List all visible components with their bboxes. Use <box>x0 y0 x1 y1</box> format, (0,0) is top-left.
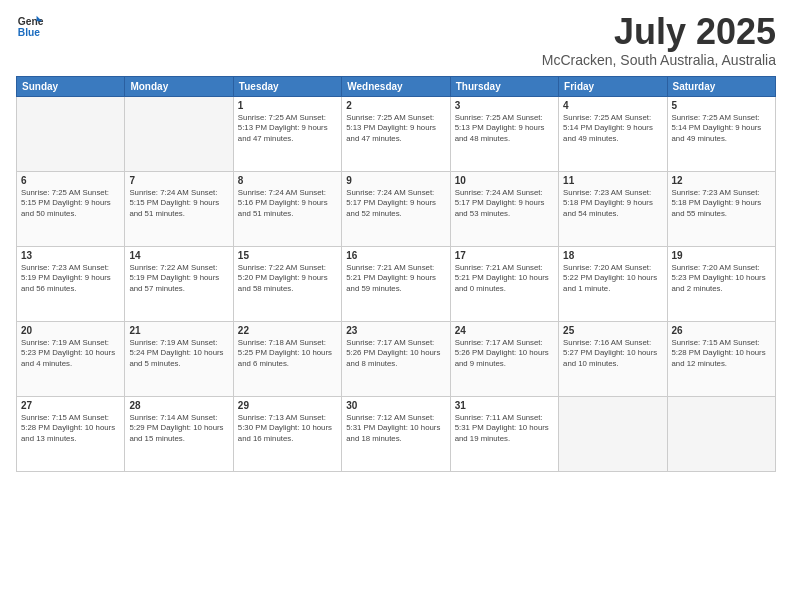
day-info: Sunrise: 7:23 AM Sunset: 5:18 PM Dayligh… <box>672 188 771 220</box>
day-info: Sunrise: 7:20 AM Sunset: 5:22 PM Dayligh… <box>563 263 662 295</box>
calendar-cell: 31Sunrise: 7:11 AM Sunset: 5:31 PM Dayli… <box>450 396 558 471</box>
calendar-cell: 17Sunrise: 7:21 AM Sunset: 5:21 PM Dayli… <box>450 246 558 321</box>
calendar-cell: 27Sunrise: 7:15 AM Sunset: 5:28 PM Dayli… <box>17 396 125 471</box>
day-number: 26 <box>672 325 771 336</box>
day-header-sunday: Sunday <box>17 76 125 96</box>
day-number: 15 <box>238 250 337 261</box>
calendar-week-4: 20Sunrise: 7:19 AM Sunset: 5:23 PM Dayli… <box>17 321 776 396</box>
calendar-cell: 6Sunrise: 7:25 AM Sunset: 5:15 PM Daylig… <box>17 171 125 246</box>
calendar-cell: 18Sunrise: 7:20 AM Sunset: 5:22 PM Dayli… <box>559 246 667 321</box>
day-number: 28 <box>129 400 228 411</box>
day-number: 20 <box>21 325 120 336</box>
day-number: 16 <box>346 250 445 261</box>
day-number: 7 <box>129 175 228 186</box>
title-block: July 2025 McCracken, South Australia, Au… <box>542 12 776 68</box>
calendar-cell: 14Sunrise: 7:22 AM Sunset: 5:19 PM Dayli… <box>125 246 233 321</box>
day-number: 31 <box>455 400 554 411</box>
day-info: Sunrise: 7:19 AM Sunset: 5:24 PM Dayligh… <box>129 338 228 370</box>
calendar-week-5: 27Sunrise: 7:15 AM Sunset: 5:28 PM Dayli… <box>17 396 776 471</box>
day-number: 23 <box>346 325 445 336</box>
calendar-cell <box>667 396 775 471</box>
day-number: 8 <box>238 175 337 186</box>
day-number: 19 <box>672 250 771 261</box>
day-info: Sunrise: 7:24 AM Sunset: 5:17 PM Dayligh… <box>455 188 554 220</box>
day-number: 11 <box>563 175 662 186</box>
calendar-cell: 13Sunrise: 7:23 AM Sunset: 5:19 PM Dayli… <box>17 246 125 321</box>
calendar-cell: 9Sunrise: 7:24 AM Sunset: 5:17 PM Daylig… <box>342 171 450 246</box>
day-header-friday: Friday <box>559 76 667 96</box>
day-number: 29 <box>238 400 337 411</box>
day-number: 18 <box>563 250 662 261</box>
calendar-cell: 8Sunrise: 7:24 AM Sunset: 5:16 PM Daylig… <box>233 171 341 246</box>
day-number: 27 <box>21 400 120 411</box>
calendar-cell: 26Sunrise: 7:15 AM Sunset: 5:28 PM Dayli… <box>667 321 775 396</box>
calendar-cell: 10Sunrise: 7:24 AM Sunset: 5:17 PM Dayli… <box>450 171 558 246</box>
day-info: Sunrise: 7:24 AM Sunset: 5:15 PM Dayligh… <box>129 188 228 220</box>
day-info: Sunrise: 7:23 AM Sunset: 5:19 PM Dayligh… <box>21 263 120 295</box>
day-info: Sunrise: 7:13 AM Sunset: 5:30 PM Dayligh… <box>238 413 337 445</box>
day-info: Sunrise: 7:12 AM Sunset: 5:31 PM Dayligh… <box>346 413 445 445</box>
calendar-cell: 3Sunrise: 7:25 AM Sunset: 5:13 PM Daylig… <box>450 96 558 171</box>
calendar-cell: 21Sunrise: 7:19 AM Sunset: 5:24 PM Dayli… <box>125 321 233 396</box>
calendar-cell <box>125 96 233 171</box>
day-info: Sunrise: 7:16 AM Sunset: 5:27 PM Dayligh… <box>563 338 662 370</box>
day-info: Sunrise: 7:25 AM Sunset: 5:14 PM Dayligh… <box>672 113 771 145</box>
page-header: General Blue July 2025 McCracken, South … <box>16 12 776 68</box>
day-info: Sunrise: 7:22 AM Sunset: 5:20 PM Dayligh… <box>238 263 337 295</box>
day-info: Sunrise: 7:18 AM Sunset: 5:25 PM Dayligh… <box>238 338 337 370</box>
calendar-cell: 28Sunrise: 7:14 AM Sunset: 5:29 PM Dayli… <box>125 396 233 471</box>
day-number: 25 <box>563 325 662 336</box>
day-info: Sunrise: 7:14 AM Sunset: 5:29 PM Dayligh… <box>129 413 228 445</box>
day-number: 22 <box>238 325 337 336</box>
day-header-thursday: Thursday <box>450 76 558 96</box>
day-info: Sunrise: 7:25 AM Sunset: 5:13 PM Dayligh… <box>455 113 554 145</box>
day-info: Sunrise: 7:23 AM Sunset: 5:18 PM Dayligh… <box>563 188 662 220</box>
day-number: 24 <box>455 325 554 336</box>
calendar-cell: 30Sunrise: 7:12 AM Sunset: 5:31 PM Dayli… <box>342 396 450 471</box>
day-number: 17 <box>455 250 554 261</box>
day-number: 10 <box>455 175 554 186</box>
day-header-wednesday: Wednesday <box>342 76 450 96</box>
calendar-cell: 19Sunrise: 7:20 AM Sunset: 5:23 PM Dayli… <box>667 246 775 321</box>
day-info: Sunrise: 7:24 AM Sunset: 5:17 PM Dayligh… <box>346 188 445 220</box>
svg-text:Blue: Blue <box>18 27 41 38</box>
logo: General Blue <box>16 12 44 40</box>
calendar-cell: 2Sunrise: 7:25 AM Sunset: 5:13 PM Daylig… <box>342 96 450 171</box>
day-info: Sunrise: 7:21 AM Sunset: 5:21 PM Dayligh… <box>346 263 445 295</box>
day-info: Sunrise: 7:17 AM Sunset: 5:26 PM Dayligh… <box>455 338 554 370</box>
calendar-header-row: SundayMondayTuesdayWednesdayThursdayFrid… <box>17 76 776 96</box>
day-info: Sunrise: 7:25 AM Sunset: 5:13 PM Dayligh… <box>238 113 337 145</box>
day-info: Sunrise: 7:22 AM Sunset: 5:19 PM Dayligh… <box>129 263 228 295</box>
day-number: 21 <box>129 325 228 336</box>
calendar-cell: 25Sunrise: 7:16 AM Sunset: 5:27 PM Dayli… <box>559 321 667 396</box>
calendar-week-1: 1Sunrise: 7:25 AM Sunset: 5:13 PM Daylig… <box>17 96 776 171</box>
day-number: 14 <box>129 250 228 261</box>
calendar-cell: 24Sunrise: 7:17 AM Sunset: 5:26 PM Dayli… <box>450 321 558 396</box>
day-number: 9 <box>346 175 445 186</box>
calendar-cell: 5Sunrise: 7:25 AM Sunset: 5:14 PM Daylig… <box>667 96 775 171</box>
logo-icon: General Blue <box>16 12 44 40</box>
calendar-cell: 12Sunrise: 7:23 AM Sunset: 5:18 PM Dayli… <box>667 171 775 246</box>
calendar-cell: 23Sunrise: 7:17 AM Sunset: 5:26 PM Dayli… <box>342 321 450 396</box>
calendar-cell <box>559 396 667 471</box>
day-header-tuesday: Tuesday <box>233 76 341 96</box>
calendar-cell: 29Sunrise: 7:13 AM Sunset: 5:30 PM Dayli… <box>233 396 341 471</box>
day-number: 12 <box>672 175 771 186</box>
day-number: 6 <box>21 175 120 186</box>
day-number: 30 <box>346 400 445 411</box>
day-info: Sunrise: 7:20 AM Sunset: 5:23 PM Dayligh… <box>672 263 771 295</box>
calendar-cell: 11Sunrise: 7:23 AM Sunset: 5:18 PM Dayli… <box>559 171 667 246</box>
day-number: 4 <box>563 100 662 111</box>
calendar-cell: 22Sunrise: 7:18 AM Sunset: 5:25 PM Dayli… <box>233 321 341 396</box>
day-header-monday: Monday <box>125 76 233 96</box>
day-info: Sunrise: 7:25 AM Sunset: 5:14 PM Dayligh… <box>563 113 662 145</box>
day-info: Sunrise: 7:11 AM Sunset: 5:31 PM Dayligh… <box>455 413 554 445</box>
subtitle: McCracken, South Australia, Australia <box>542 52 776 68</box>
day-info: Sunrise: 7:15 AM Sunset: 5:28 PM Dayligh… <box>672 338 771 370</box>
calendar-table: SundayMondayTuesdayWednesdayThursdayFrid… <box>16 76 776 472</box>
calendar-cell <box>17 96 125 171</box>
day-info: Sunrise: 7:25 AM Sunset: 5:13 PM Dayligh… <box>346 113 445 145</box>
calendar-week-2: 6Sunrise: 7:25 AM Sunset: 5:15 PM Daylig… <box>17 171 776 246</box>
main-title: July 2025 <box>542 12 776 52</box>
calendar-cell: 15Sunrise: 7:22 AM Sunset: 5:20 PM Dayli… <box>233 246 341 321</box>
